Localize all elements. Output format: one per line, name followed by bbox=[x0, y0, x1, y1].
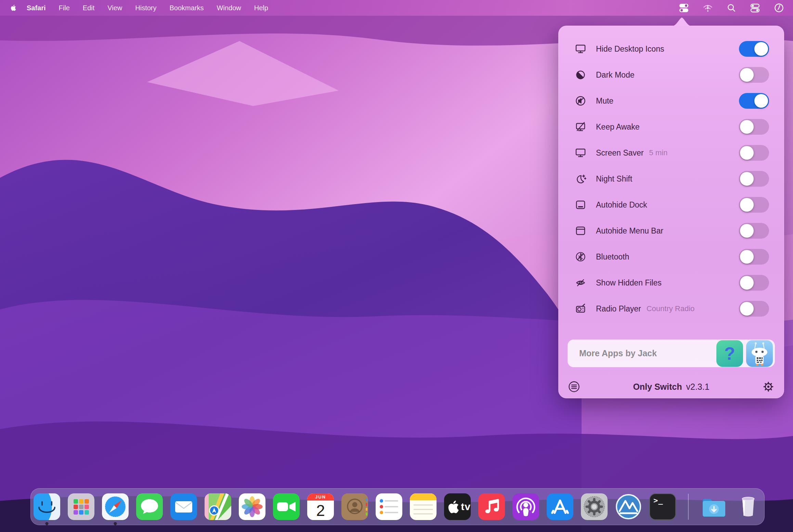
dock-photos-icon[interactable] bbox=[239, 493, 265, 520]
radio-icon bbox=[574, 302, 587, 315]
switch-list: Hide Desktop Icons Dark Mode Mute Keep A… bbox=[558, 26, 784, 322]
dock-safari-icon[interactable] bbox=[102, 493, 129, 520]
toggle-mute[interactable] bbox=[739, 93, 769, 109]
control-center-icon[interactable] bbox=[750, 3, 760, 13]
panel-footer: Only Switchv2.3.1 bbox=[558, 375, 784, 398]
dock-terminal-icon[interactable]: >_ bbox=[649, 493, 676, 520]
dock-appstore-icon[interactable] bbox=[547, 493, 573, 520]
switch-row-dark-mode[interactable]: Dark Mode bbox=[558, 62, 784, 88]
toggle-dark-mode[interactable] bbox=[739, 67, 769, 83]
menubar-frame-icon bbox=[574, 224, 587, 237]
switch-sublabel: Country Radio bbox=[647, 304, 695, 313]
dock-maps-icon[interactable] bbox=[205, 493, 231, 520]
only-switch-menu-icon[interactable] bbox=[679, 3, 689, 13]
toggle-radio-player[interactable] bbox=[739, 301, 769, 317]
switch-row-hide-desktop-icons[interactable]: Hide Desktop Icons bbox=[558, 36, 784, 62]
dock-messages-icon[interactable] bbox=[136, 493, 163, 520]
toggle-knob bbox=[740, 120, 754, 134]
dock-finder-icon[interactable] bbox=[34, 493, 60, 520]
dock-trash-icon[interactable] bbox=[735, 493, 762, 520]
app-version: v2.3.1 bbox=[686, 382, 709, 391]
app-title: Only Switchv2.3.1 bbox=[558, 382, 784, 392]
dock-mail-icon[interactable] bbox=[170, 493, 197, 520]
dock-music-icon[interactable] bbox=[478, 493, 505, 520]
dark-mode-icon bbox=[574, 68, 587, 81]
switch-row-autohide-menu-bar[interactable]: Autohide Menu Bar bbox=[558, 218, 784, 244]
menu-file[interactable]: File bbox=[59, 4, 70, 12]
menu-items: SafariFileEditViewHistoryBookmarksWindow… bbox=[27, 4, 281, 12]
dock-contacts-icon[interactable] bbox=[341, 493, 368, 520]
switch-label: Autohide Dock bbox=[596, 200, 647, 210]
menu-history[interactable]: History bbox=[135, 4, 156, 12]
running-indicator bbox=[114, 522, 117, 525]
dock-podcasts-icon[interactable] bbox=[512, 493, 539, 520]
switch-label: Night Shift bbox=[596, 174, 632, 184]
display-slash-icon bbox=[574, 120, 587, 133]
more-apps-bar[interactable]: More Apps by Jack ? bbox=[568, 340, 775, 367]
robot-qr-app-icon[interactable] bbox=[746, 340, 773, 367]
bluetooth-slash-icon bbox=[574, 250, 587, 263]
toggle-knob bbox=[740, 172, 754, 186]
dock-mountain-app-icon[interactable] bbox=[615, 493, 642, 520]
menu-window[interactable]: Window bbox=[217, 4, 241, 12]
clock-icon[interactable] bbox=[774, 3, 784, 13]
dock-launchpad-icon[interactable] bbox=[68, 493, 94, 520]
switch-sublabel: 5 min bbox=[649, 148, 667, 157]
dock-settings-icon[interactable] bbox=[581, 493, 608, 520]
switch-label: Mute bbox=[596, 96, 613, 106]
switch-row-mute[interactable]: Mute bbox=[558, 88, 784, 114]
menu-list-button[interactable] bbox=[568, 381, 580, 393]
menu-bar: SafariFileEditViewHistoryBookmarksWindow… bbox=[0, 0, 793, 16]
switch-label: Radio Player bbox=[596, 304, 641, 314]
switch-row-keep-awake[interactable]: Keep Awake bbox=[558, 114, 784, 140]
toggle-knob bbox=[740, 302, 754, 316]
moon-stars-icon bbox=[574, 172, 587, 185]
switch-label: Hide Desktop Icons bbox=[596, 44, 664, 54]
wifi-warning-icon[interactable] bbox=[703, 3, 713, 13]
calendar-month: JUN bbox=[307, 493, 334, 501]
dock-downloads-icon[interactable] bbox=[701, 493, 727, 520]
menu-edit[interactable]: Edit bbox=[83, 4, 94, 12]
toggle-knob bbox=[740, 250, 754, 264]
dock-reminders-icon[interactable] bbox=[376, 493, 402, 520]
menu-view[interactable]: View bbox=[107, 4, 122, 12]
menu-safari[interactable]: Safari bbox=[27, 4, 46, 12]
dock-calendar-icon[interactable]: JUN2 bbox=[307, 493, 334, 520]
toggle-autohide-dock[interactable] bbox=[739, 197, 769, 213]
switch-row-night-shift[interactable]: Night Shift bbox=[558, 166, 784, 192]
toggle-hide-desktop-icons[interactable] bbox=[739, 41, 769, 57]
switch-row-show-hidden-files[interactable]: Show Hidden Files bbox=[558, 270, 784, 296]
dock-separator bbox=[688, 494, 689, 520]
app-name: Only Switch bbox=[633, 382, 682, 391]
switch-label: Show Hidden Files bbox=[596, 278, 662, 288]
toggle-keep-awake[interactable] bbox=[739, 119, 769, 135]
apple-menu-icon[interactable] bbox=[9, 4, 17, 12]
switch-row-autohide-dock[interactable]: Autohide Dock bbox=[558, 192, 784, 218]
toggle-screen-saver[interactable] bbox=[739, 145, 769, 161]
display-icon bbox=[574, 146, 587, 159]
switch-row-screen-saver[interactable]: Screen Saver 5 min bbox=[558, 140, 784, 166]
panel-arrow bbox=[672, 17, 691, 26]
dock-notes-icon[interactable] bbox=[410, 493, 437, 520]
calendar-day: 2 bbox=[307, 501, 334, 520]
question-app-icon[interactable]: ? bbox=[716, 340, 743, 367]
toggle-bluetooth[interactable] bbox=[739, 249, 769, 265]
toggle-autohide-menu-bar[interactable] bbox=[739, 223, 769, 239]
switch-row-radio-player[interactable]: Radio Player Country Radio bbox=[558, 296, 784, 322]
menu-bookmarks[interactable]: Bookmarks bbox=[170, 4, 204, 12]
toggle-knob bbox=[740, 198, 754, 212]
desktop: SafariFileEditViewHistoryBookmarksWindow… bbox=[0, 0, 793, 532]
switch-label: Keep Awake bbox=[596, 122, 639, 132]
toggle-show-hidden-files[interactable] bbox=[739, 275, 769, 291]
search-icon[interactable] bbox=[727, 3, 736, 13]
more-apps-label: More Apps by Jack bbox=[579, 348, 657, 358]
menu-help[interactable]: Help bbox=[254, 4, 268, 12]
switch-row-bluetooth[interactable]: Bluetooth bbox=[558, 244, 784, 270]
dock-frame-icon bbox=[574, 198, 587, 211]
dock-tv-icon[interactable]: tv bbox=[444, 493, 471, 520]
settings-gear-button[interactable] bbox=[762, 381, 775, 393]
dock-facetime-icon[interactable] bbox=[273, 493, 300, 520]
robot-icon bbox=[746, 340, 773, 367]
toggle-night-shift[interactable] bbox=[739, 171, 769, 187]
dock: JUN2tv>_ bbox=[30, 488, 765, 525]
